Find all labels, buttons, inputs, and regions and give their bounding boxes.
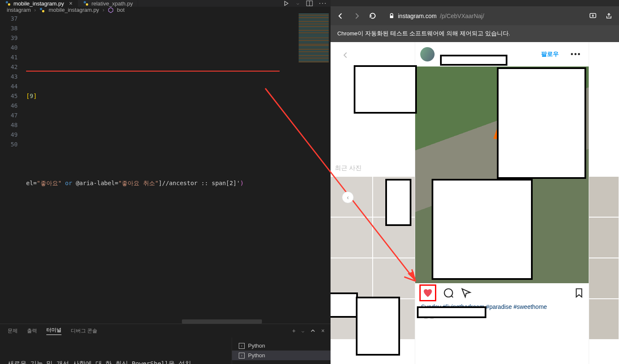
line-gutter: 37 38 39 40 41 42 43 44 45 46 47 48 49 5… — [0, 13, 26, 324]
panel-tabs: 문제 출력 터미널 디버그 콘솔 + ⌵ × — [0, 324, 331, 337]
tab-label: relative_xpath.py — [91, 0, 133, 7]
forward-button[interactable] — [352, 11, 362, 21]
redaction-box — [417, 306, 486, 318]
avatar[interactable] — [420, 47, 435, 61]
breadcrumb-folder[interactable]: instagram — [7, 7, 31, 13]
split-editor-icon[interactable] — [306, 0, 313, 7]
redaction-box — [385, 179, 411, 226]
redaction-box — [497, 67, 586, 179]
python-icon — [5, 0, 11, 6]
thumbnail[interactable] — [373, 258, 415, 298]
svg-rect-7 — [42, 10, 44, 12]
panel-tab-terminal[interactable]: 터미널 — [46, 327, 61, 335]
redaction-box — [440, 55, 507, 66]
chevron-right-icon: › — [34, 7, 36, 13]
more-options-icon[interactable]: ••• — [571, 50, 581, 59]
tab-label: mobile_instagram.py — [13, 0, 64, 7]
svg-rect-0 — [6, 1, 8, 3]
code-content[interactable]: [9] el="좋아요" or @aria-label="좋아요 취소"]//a… — [26, 13, 331, 324]
chevron-right-icon: › — [102, 7, 104, 13]
svg-rect-2 — [84, 1, 86, 3]
terminal-list-item[interactable]: › Python — [232, 341, 331, 351]
svg-rect-3 — [86, 3, 88, 5]
heart-icon[interactable] — [422, 287, 433, 298]
thumbnail[interactable] — [331, 218, 372, 258]
terminal-icon: › — [239, 343, 245, 349]
symbol-icon — [108, 7, 114, 13]
breadcrumb[interactable]: instagram › mobile_instagram.py › bot — [0, 7, 331, 13]
redaction-box — [354, 65, 417, 114]
terminal-list: › Python › Python — [232, 337, 331, 364]
share-icon[interactable] — [461, 287, 472, 298]
install-icon[interactable] — [588, 11, 598, 21]
breadcrumb-symbol[interactable]: bot — [117, 7, 125, 13]
bottom-panel: 문제 출력 터미널 디버그 콘솔 + ⌵ × 새로운 기능 및 개선 사항에 대… — [0, 324, 331, 364]
terminal-list-item[interactable]: › Python — [232, 351, 331, 360]
close-panel-icon[interactable]: × — [321, 327, 325, 334]
svg-rect-8 — [390, 16, 393, 18]
post-actions — [415, 283, 589, 303]
thumbnail[interactable] — [589, 218, 619, 258]
panel-tab-problems[interactable]: 문제 — [8, 327, 18, 335]
thumbnail[interactable] — [589, 177, 619, 217]
new-terminal-icon[interactable]: + — [292, 327, 296, 334]
vscode-window: mobile_instagram.py × relative_xpath.py … — [0, 0, 331, 364]
panel-tab-output[interactable]: 출력 — [27, 327, 37, 335]
horizontal-scrollbar[interactable] — [182, 319, 262, 324]
run-icon[interactable] — [283, 0, 290, 7]
editor-tab-bar: mobile_instagram.py × relative_xpath.py … — [0, 0, 331, 7]
bookmark-icon[interactable] — [574, 287, 584, 298]
address-bar[interactable]: instagram.com/p/CebVXaarNaj/ — [384, 10, 582, 22]
tab-relative-xpath[interactable]: relative_xpath.py — [78, 0, 138, 7]
back-button[interactable] — [336, 11, 346, 21]
editor-area[interactable]: 37 38 39 40 41 42 43 44 45 46 47 48 49 5… — [0, 13, 331, 324]
redaction-box — [331, 292, 358, 318]
redaction-box — [432, 179, 533, 280]
like-button-highlight — [419, 284, 436, 301]
panel-tab-debug[interactable]: 디버그 콘솔 — [71, 327, 97, 335]
automation-info-bar: Chrome이 자동화된 테스트 소프트웨어에 의해 제어되고 있습니다. — [331, 25, 619, 42]
redaction-box — [356, 297, 400, 356]
instagram-page: 최근 사진 팔로우 ••• — [331, 42, 619, 364]
back-chevron-icon[interactable] — [342, 51, 349, 59]
share-icon[interactable] — [604, 11, 614, 21]
chrome-window: instagram.com/p/CebVXaarNaj/ Chrome이 자동화… — [331, 0, 619, 364]
run-dropdown-icon[interactable]: ⌵ — [296, 0, 299, 6]
svg-rect-1 — [8, 3, 10, 5]
python-icon — [83, 0, 89, 6]
reload-button[interactable] — [368, 11, 378, 21]
maximize-panel-icon[interactable] — [310, 328, 315, 333]
minimap[interactable] — [297, 13, 331, 148]
terminal-icon: › — [239, 353, 245, 359]
thumbnail[interactable] — [589, 299, 619, 339]
breadcrumb-file[interactable]: mobile_instagram.py — [48, 7, 99, 13]
more-icon[interactable]: ··· — [320, 0, 326, 7]
tab-mobile-instagram[interactable]: mobile_instagram.py × — [0, 0, 78, 7]
terminal-output[interactable]: 새로운 기능 및 개선 사항에 대 한 최신 PowerShell을 설치 하세… — [0, 337, 232, 364]
terminal-dropdown-icon[interactable]: ⌵ — [301, 328, 304, 334]
follow-button[interactable]: 팔로우 — [541, 50, 559, 58]
close-icon[interactable]: × — [69, 0, 72, 7]
svg-rect-6 — [40, 8, 42, 10]
browser-toolbar: instagram.com/p/CebVXaarNaj/ — [331, 6, 619, 25]
lock-icon — [389, 13, 395, 19]
page-indicator-dot: ‹ — [342, 191, 354, 203]
code-underline-annotation — [26, 71, 280, 72]
python-icon — [39, 7, 45, 13]
instagram-right-column — [589, 42, 619, 364]
comment-icon[interactable] — [443, 287, 454, 298]
url-path: /p/CebVXaarNaj/ — [440, 13, 484, 19]
url-domain: instagram.com — [398, 13, 437, 19]
thumbnail[interactable] — [589, 258, 619, 298]
recent-photos-label: 최근 사진 — [335, 164, 362, 172]
